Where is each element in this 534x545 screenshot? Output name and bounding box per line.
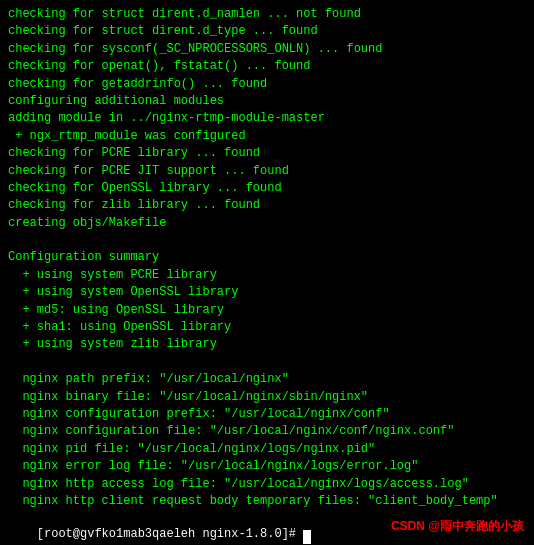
terminal-output: checking for struct dirent.d_namlen ... … xyxy=(8,6,526,509)
line-zlib: + using system zlib library xyxy=(8,336,526,353)
line-10: checking for PCRE JIT support ... found xyxy=(8,163,526,180)
watermark: CSDN @雨中奔跑的小孩 xyxy=(391,518,524,535)
line-pcre: + using system PCRE library xyxy=(8,267,526,284)
line-conf-prefix: nginx configuration prefix: "/usr/local/… xyxy=(8,406,526,423)
prompt-text: [root@gvfko1mab3qaeleh nginx-1.8.0]# xyxy=(37,527,303,541)
line-6: configuring additional modules xyxy=(8,93,526,110)
line-1: checking for struct dirent.d_namlen ... … xyxy=(8,6,526,23)
line-error-log: nginx error log file: "/usr/local/nginx/… xyxy=(8,458,526,475)
line-7: adding module in ../nginx-rtmp-module-ma… xyxy=(8,110,526,127)
line-conf-file: nginx configuration file: "/usr/local/ng… xyxy=(8,423,526,440)
line-config-summary: Configuration summary xyxy=(8,249,526,266)
line-binary: nginx binary file: "/usr/local/nginx/sbi… xyxy=(8,389,526,406)
line-path-prefix: nginx path prefix: "/usr/local/nginx" xyxy=(8,371,526,388)
line-5: checking for getaddrinfo() ... found xyxy=(8,76,526,93)
line-empty-2 xyxy=(8,354,526,371)
line-sha1: + sha1: using OpenSSL library xyxy=(8,319,526,336)
line-md5: + md5: using OpenSSL library xyxy=(8,302,526,319)
line-client-body: nginx http client request body temporary… xyxy=(8,493,526,509)
line-access-log: nginx http access log file: "/usr/local/… xyxy=(8,476,526,493)
line-2: checking for struct dirent.d_type ... fo… xyxy=(8,23,526,40)
line-12: checking for zlib library ... found xyxy=(8,197,526,214)
line-3: checking for sysconf(_SC_NPROCESSORS_ONL… xyxy=(8,41,526,58)
line-13: creating objs/Makefile xyxy=(8,215,526,232)
cursor xyxy=(303,530,311,544)
line-4: checking for openat(), fstatat() ... fou… xyxy=(8,58,526,75)
line-8: + ngx_rtmp_module was configured xyxy=(8,128,526,145)
line-empty-1 xyxy=(8,232,526,249)
terminal-window: checking for struct dirent.d_namlen ... … xyxy=(0,0,534,545)
line-11: checking for OpenSSL library ... found xyxy=(8,180,526,197)
line-openssl: + using system OpenSSL library xyxy=(8,284,526,301)
line-pid: nginx pid file: "/usr/local/nginx/logs/n… xyxy=(8,441,526,458)
line-9: checking for PCRE library ... found xyxy=(8,145,526,162)
